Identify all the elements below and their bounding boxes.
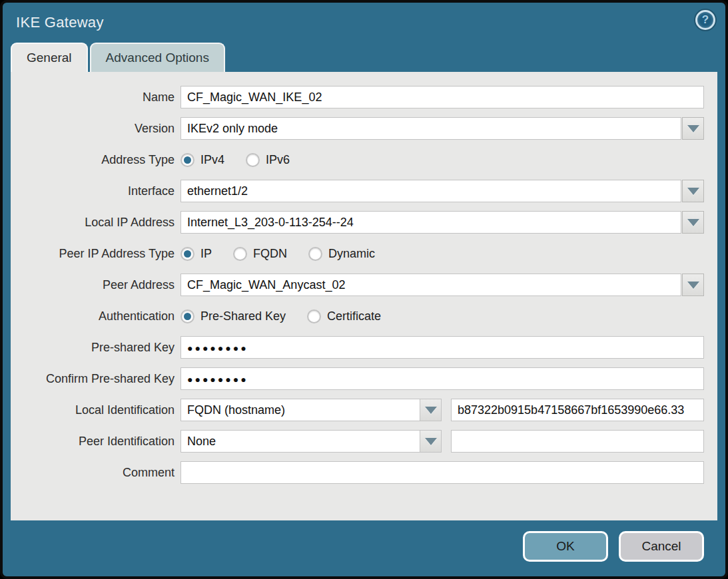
peer-ip-address-type-label: Peer IP Address Type bbox=[17, 247, 181, 261]
auth-certificate-option[interactable]: Certificate bbox=[307, 309, 381, 323]
address-type-ipv4-label: IPv4 bbox=[200, 153, 224, 167]
peer-address-dropdown-button[interactable] bbox=[682, 274, 704, 296]
footer-bar: OK Cancel bbox=[3, 520, 725, 576]
peer-ip-type-fqdn-option[interactable]: FQDN bbox=[233, 247, 287, 261]
name-row: Name bbox=[11, 86, 717, 108]
local-ip-address-label: Local IP Address bbox=[17, 216, 181, 230]
interface-input[interactable] bbox=[181, 180, 681, 202]
local-ip-address-dropdown-button[interactable] bbox=[682, 211, 704, 234]
chevron-down-icon bbox=[425, 438, 437, 445]
address-type-label: Address Type bbox=[17, 153, 181, 167]
ok-button[interactable]: OK bbox=[523, 531, 608, 562]
local-identification-label: Local Identification bbox=[17, 403, 181, 417]
radio-button-icon[interactable] bbox=[181, 153, 194, 167]
pre-shared-key-label: Pre-shared Key bbox=[17, 341, 181, 355]
pre-shared-key-row: Pre-shared Key bbox=[11, 336, 717, 359]
peer-address-label: Peer Address bbox=[17, 278, 181, 292]
general-tab-panel: Name Version Address Type IPv4 bbox=[11, 72, 717, 520]
tab-advanced-options[interactable]: Advanced Options bbox=[90, 43, 225, 72]
title-bar: IKE Gateway ? bbox=[3, 3, 725, 43]
peer-ip-type-ip-option[interactable]: IP bbox=[181, 247, 212, 261]
local-ip-address-input[interactable] bbox=[181, 211, 681, 234]
auth-pre-shared-key-label: Pre-Shared Key bbox=[200, 309, 286, 323]
peer-ip-type-ip-label: IP bbox=[200, 247, 212, 261]
version-dropdown-button[interactable] bbox=[682, 117, 704, 140]
peer-ip-type-dynamic-label: Dynamic bbox=[328, 247, 375, 261]
local-identification-value-input[interactable] bbox=[451, 399, 704, 421]
peer-ip-type-dynamic-option[interactable]: Dynamic bbox=[308, 247, 375, 261]
tab-bar: General Advanced Options bbox=[3, 43, 725, 72]
cancel-button[interactable]: Cancel bbox=[619, 531, 704, 562]
peer-ip-type-fqdn-label: FQDN bbox=[253, 247, 287, 261]
peer-identification-label: Peer Identification bbox=[17, 435, 181, 449]
chevron-down-icon bbox=[687, 125, 699, 132]
local-identification-type-value: FQDN (hostname) bbox=[181, 399, 420, 421]
peer-identification-type-dropdown[interactable]: None bbox=[181, 430, 442, 453]
peer-identification-dropdown-button[interactable] bbox=[420, 431, 441, 452]
version-input[interactable] bbox=[181, 117, 681, 140]
local-identification-dropdown-button[interactable] bbox=[420, 399, 441, 421]
interface-label: Interface bbox=[17, 184, 181, 198]
radio-button-icon[interactable] bbox=[233, 247, 247, 261]
peer-identification-value-input[interactable] bbox=[451, 430, 704, 453]
address-type-row: Address Type IPv4 IPv6 bbox=[11, 148, 717, 171]
radio-button-icon[interactable] bbox=[181, 247, 194, 261]
local-identification-type-dropdown[interactable]: FQDN (hostname) bbox=[181, 399, 442, 421]
auth-pre-shared-key-option[interactable]: Pre-Shared Key bbox=[181, 309, 286, 323]
help-icon[interactable]: ? bbox=[695, 10, 715, 30]
radio-button-icon[interactable] bbox=[246, 153, 260, 167]
comment-input[interactable] bbox=[181, 461, 704, 484]
comment-label: Comment bbox=[17, 466, 181, 480]
version-row: Version bbox=[11, 117, 717, 140]
radio-button-icon[interactable] bbox=[307, 309, 321, 323]
address-type-ipv4-option[interactable]: IPv4 bbox=[181, 153, 224, 167]
ike-gateway-dialog: IKE Gateway ? General Advanced Options N… bbox=[0, 0, 728, 579]
peer-identification-type-value: None bbox=[181, 431, 420, 452]
address-type-ipv6-option[interactable]: IPv6 bbox=[246, 153, 290, 167]
peer-address-row: Peer Address bbox=[11, 274, 717, 296]
radio-button-icon[interactable] bbox=[308, 247, 322, 261]
chevron-down-icon bbox=[687, 219, 699, 226]
version-label: Version bbox=[17, 122, 181, 136]
tab-advanced-options-label: Advanced Options bbox=[106, 51, 209, 65]
local-ip-address-row: Local IP Address bbox=[11, 211, 717, 234]
tab-general-label: General bbox=[27, 51, 72, 65]
local-identification-row: Local Identification FQDN (hostname) bbox=[11, 399, 717, 421]
address-type-ipv6-label: IPv6 bbox=[266, 153, 290, 167]
peer-ip-address-type-row: Peer IP Address Type IP FQDN Dynamic bbox=[11, 242, 717, 265]
radio-button-icon[interactable] bbox=[181, 309, 194, 323]
authentication-label: Authentication bbox=[17, 309, 181, 323]
comment-row: Comment bbox=[11, 461, 717, 484]
chevron-down-icon bbox=[425, 407, 437, 414]
confirm-pre-shared-key-row: Confirm Pre-shared Key bbox=[11, 367, 717, 390]
name-input[interactable] bbox=[181, 86, 704, 108]
help-icon-glyph: ? bbox=[702, 13, 709, 27]
auth-certificate-label: Certificate bbox=[327, 309, 381, 323]
interface-dropdown-button[interactable] bbox=[682, 180, 704, 202]
confirm-pre-shared-key-input[interactable] bbox=[181, 367, 704, 390]
name-label: Name bbox=[17, 91, 181, 104]
dialog-title: IKE Gateway bbox=[16, 14, 104, 31]
authentication-row: Authentication Pre-Shared Key Certificat… bbox=[11, 305, 717, 327]
peer-address-input[interactable] bbox=[181, 274, 681, 296]
chevron-down-icon bbox=[687, 282, 699, 289]
confirm-pre-shared-key-label: Confirm Pre-shared Key bbox=[17, 372, 181, 386]
peer-identification-row: Peer Identification None bbox=[11, 430, 717, 453]
tab-general[interactable]: General bbox=[11, 43, 88, 72]
interface-row: Interface bbox=[11, 180, 717, 202]
pre-shared-key-input[interactable] bbox=[181, 336, 704, 359]
chevron-down-icon bbox=[687, 188, 699, 195]
